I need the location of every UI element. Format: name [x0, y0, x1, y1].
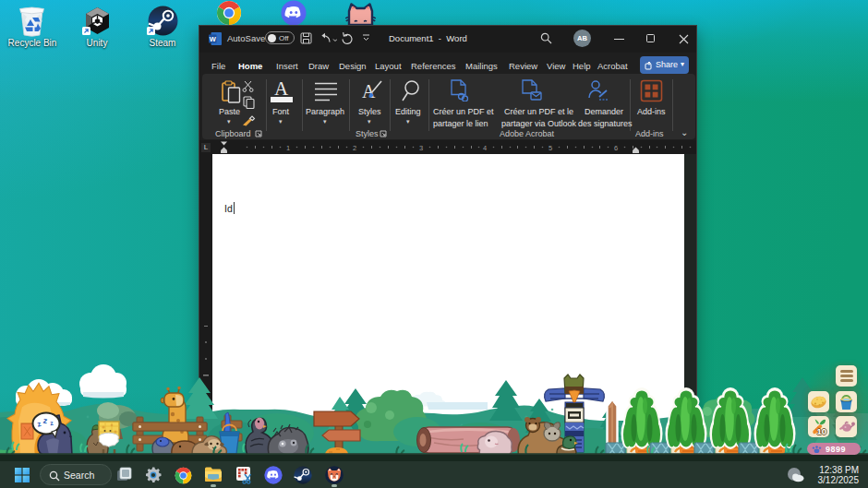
svg-text:2: 2 [353, 144, 356, 152]
svg-text:A: A [362, 81, 376, 101]
svg-text:6: 6 [614, 144, 618, 152]
svg-text:4: 4 [483, 144, 487, 152]
svg-text:3: 3 [419, 144, 423, 152]
svg-text:5: 5 [549, 144, 552, 152]
svg-text:1: 1 [286, 144, 290, 152]
svg-text:W: W [210, 35, 217, 43]
